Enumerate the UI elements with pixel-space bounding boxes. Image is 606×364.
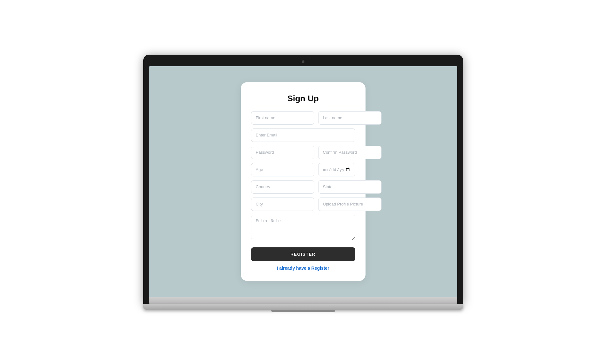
password-input[interactable] (251, 146, 314, 159)
first-name-input[interactable] (251, 111, 314, 125)
laptop-base (143, 304, 463, 310)
signup-card: Sign Up (241, 82, 366, 281)
age-dob-row (251, 163, 355, 176)
city-upload-row (251, 197, 355, 211)
screen: Sign Up (149, 66, 457, 297)
city-input[interactable] (251, 197, 314, 211)
screen-bottom-bar (149, 297, 457, 304)
country-state-row (251, 180, 355, 194)
register-button[interactable]: REGISTER (251, 247, 355, 261)
dob-input[interactable] (318, 163, 355, 176)
last-name-input[interactable] (318, 111, 382, 125)
state-input[interactable] (318, 180, 382, 194)
confirm-password-input[interactable] (318, 146, 382, 159)
password-row (251, 146, 355, 159)
camera (302, 60, 304, 63)
age-input[interactable] (251, 163, 314, 176)
laptop-shell: Sign Up (143, 55, 463, 310)
note-row (251, 215, 355, 240)
upload-profile-input[interactable] (318, 197, 382, 211)
screen-bezel: Sign Up (143, 55, 463, 304)
page-title: Sign Up (251, 94, 355, 104)
email-input[interactable] (251, 128, 355, 142)
note-textarea[interactable] (251, 215, 355, 240)
email-row (251, 128, 355, 142)
already-registered-link[interactable]: I already have a Register (251, 266, 355, 271)
name-row (251, 111, 355, 125)
country-input[interactable] (251, 180, 314, 194)
